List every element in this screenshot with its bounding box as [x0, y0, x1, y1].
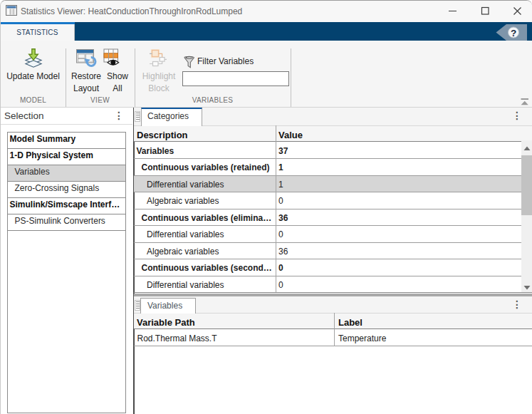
svg-text:?: ?	[511, 28, 516, 38]
